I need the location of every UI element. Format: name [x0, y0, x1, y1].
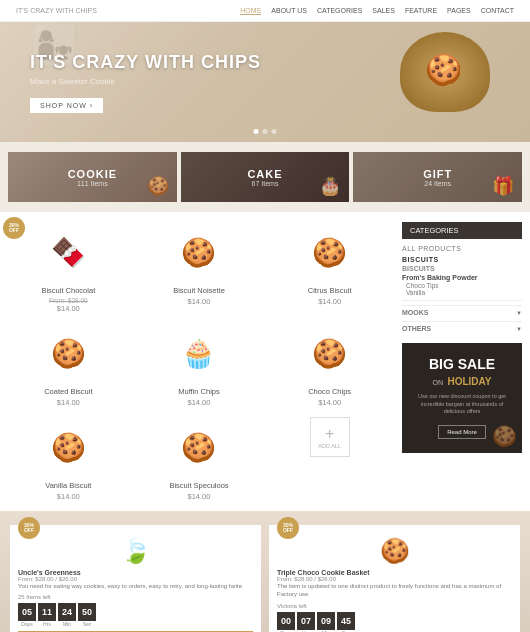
product-name-7: Vanilla Biscuit [8, 481, 129, 490]
product-name-6: Choco Chips [269, 387, 390, 396]
cookie-icon: 🍪 [147, 175, 169, 197]
product-name-1: Biscuit Chocolat [8, 286, 129, 295]
hero-cta-button[interactable]: SHOP NOW › [30, 98, 103, 113]
sidebar-biscuits-category: Biscuits From's Baking Powder Choco Tips… [402, 265, 522, 301]
promo-badge-1: 30%OFF [18, 517, 40, 539]
gift-icon: 🎁 [492, 175, 514, 197]
sidebar-choco-tips[interactable]: Choco Tips [402, 282, 522, 289]
promo-card-1: 30%OFF 🍃 Uncle's Greenness From: $28.00 … [10, 525, 261, 632]
product-price-1: $14.00 [8, 304, 129, 313]
nav-link-feature[interactable]: Feature [405, 7, 437, 15]
footer-promo-section: 30%OFF 🍃 Uncle's Greenness From: $28.00 … [0, 511, 530, 632]
promo-product-img-1: 🍃 [18, 537, 253, 565]
count-sec-2: 45 Sec [337, 612, 355, 632]
sidebar-others[interactable]: OTHERS ▼ [402, 321, 522, 335]
sale-banner: BIG SALE ON HOLIDAY Use our new discount… [402, 343, 522, 453]
sale-cookie-decoration: 🍪 [492, 424, 517, 448]
product-img-4: 🍪 [33, 323, 103, 383]
nav-link-sales[interactable]: Sales [372, 7, 395, 15]
sidebar-baking-powder: From's Baking Powder [402, 274, 522, 281]
count-sec-val-1: 50 [78, 603, 96, 621]
product-card-7[interactable]: 🍪 Vanilla Biscuit $14.00 [8, 417, 129, 501]
sidebar-category-title: Biscuits [402, 265, 522, 272]
product-card-8[interactable]: 🍪 Biscuit Speculoos $14.00 [139, 417, 260, 501]
nav-link-pages[interactable]: Pages [447, 7, 471, 15]
product-name-4: Coated Biscuit [8, 387, 129, 396]
product-name-3: Citrus Biscuit [269, 286, 390, 295]
product-card-add[interactable]: + ADD ALL [269, 417, 390, 501]
category-banner-cookie-sub: 111 Items [77, 180, 108, 187]
count-hrs-label-1: Hrs [38, 621, 56, 627]
sidebar-all-products[interactable]: ALL PRODUCTS [402, 243, 522, 254]
promo-countdown-1: 05 Days 11 Hrs 24 Min 50 Sec [18, 603, 253, 627]
product-name-8: Biscuit Speculoos [139, 481, 260, 490]
product-price-4: $14.00 [8, 398, 129, 407]
product-badge-1: 30%OFF [3, 217, 25, 239]
hero-content: IT'S CRAZY WITH CHIPS Make a Sweeter Coo… [0, 32, 291, 133]
sale-description: Use our new discount coupon to get incre… [412, 393, 512, 416]
chevron-down-icon: ▼ [516, 310, 522, 316]
product-img-1: 🍫 [33, 222, 103, 282]
hero-dot-1[interactable] [254, 129, 259, 134]
category-banner-cake-sub: 67 Items [252, 180, 279, 187]
category-banner-gift[interactable]: GIFT 24 Items 🎁 [353, 152, 522, 202]
hero-section: 👩‍👧 IT'S CRAZY WITH CHIPS Make a Sweeter… [0, 22, 530, 142]
category-banner-cookie[interactable]: COOKIE 111 Items 🍪 [8, 152, 177, 202]
hero-dot-2[interactable] [263, 129, 268, 134]
nav-link-about[interactable]: About Us [271, 7, 307, 15]
count-days-2: 00 Days [277, 612, 295, 632]
count-sec-1: 50 Sec [78, 603, 96, 627]
count-hrs-2: 07 Hrs [297, 612, 315, 632]
promo-product-img-2: 🍪 [277, 537, 512, 565]
promo-card-text-1: You need for eating way cookies, easy to… [18, 582, 253, 590]
product-price-3: $14.00 [269, 297, 390, 306]
promo-card-text-2: The item is updated to one distinct prod… [277, 582, 512, 599]
category-banner-cake[interactable]: CAKE 67 Items 🎂 [181, 152, 350, 202]
hero-image [400, 32, 500, 132]
product-name-5: Muffin Chips [139, 387, 260, 396]
count-min-val-1: 24 [58, 603, 76, 621]
product-img-8: 🍪 [164, 417, 234, 477]
sidebar-vanilla[interactable]: Vanilla [402, 289, 522, 296]
promo-countdown-2: 00 Days 07 Hrs 09 Min 45 Sec [277, 612, 512, 632]
sidebar-mooks[interactable]: MOOKS ▼ [402, 305, 522, 319]
product-price-6: $14.00 [269, 398, 390, 407]
product-img-6: 🍪 [295, 323, 365, 383]
count-hrs-val-2: 07 [297, 612, 315, 630]
promo-items-left-2: Victoria left [277, 603, 512, 609]
sale-read-more-button[interactable]: Read More [438, 425, 486, 439]
product-img-2: 🍪 [164, 222, 234, 282]
chevron-down-icon-2: ▼ [516, 326, 522, 332]
nav-brand: IT'S CRAZY WITH CHIPS [16, 7, 97, 14]
product-price-7: $14.00 [8, 492, 129, 501]
product-card-5[interactable]: 🧁 Muffin Chips $14.00 [139, 323, 260, 407]
count-min-label-1: Min [58, 621, 76, 627]
product-card-2[interactable]: 🍪 Biscuit Noisette $14.00 [139, 222, 260, 313]
count-min-2: 09 Min [317, 612, 335, 632]
count-days-label-1: Days [18, 621, 36, 627]
hero-dot-3[interactable] [272, 129, 277, 134]
nav-link-contact[interactable]: Contact [481, 7, 514, 15]
nav-link-categories[interactable]: Categories [317, 7, 362, 15]
sale-on-label: ON [432, 379, 443, 386]
count-hrs-val-1: 11 [38, 603, 56, 621]
product-grid: 30%OFF 🍫 Biscuit Chocolat From: $28.00 $… [8, 222, 390, 501]
product-card-4[interactable]: 🍪 Coated Biscuit $14.00 [8, 323, 129, 407]
sale-on-holiday: ON HOLIDAY [412, 371, 512, 389]
product-card-1[interactable]: 30%OFF 🍫 Biscuit Chocolat From: $28.00 $… [8, 222, 129, 313]
cookie-basket-image [400, 32, 490, 112]
product-price-5: $14.00 [139, 398, 260, 407]
product-add-button[interactable]: + ADD ALL [310, 417, 350, 457]
cake-icon: 🎂 [319, 175, 341, 197]
sidebar-others-label: OTHERS [402, 325, 431, 332]
sidebar-biscuits[interactable]: BISCUITS [402, 254, 522, 265]
nav-link-home[interactable]: Home [240, 7, 261, 15]
product-card-6[interactable]: 🍪 Choco Chips $14.00 [269, 323, 390, 407]
main-content: 30%OFF 🍫 Biscuit Chocolat From: $28.00 $… [0, 212, 530, 511]
product-price-8: $14.00 [139, 492, 260, 501]
sidebar: Categories ALL PRODUCTS BISCUITS Biscuit… [402, 222, 522, 501]
category-banner-cake-title: CAKE [247, 168, 282, 180]
promo-product-name-1: Uncle's Greenness [18, 569, 253, 576]
product-card-3[interactable]: 🍪 Citrus Biscuit $14.00 [269, 222, 390, 313]
count-min-1: 24 Min [58, 603, 76, 627]
